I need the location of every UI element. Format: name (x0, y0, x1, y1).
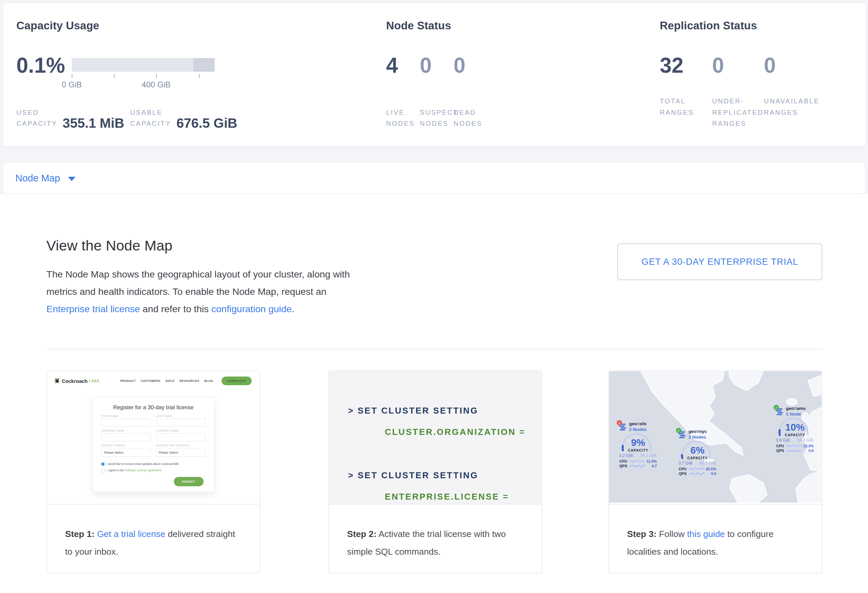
software-license-link: Software License Agreement. (125, 469, 162, 472)
total-ranges-value: 32 (660, 57, 712, 74)
qps-label: QPS (776, 449, 786, 453)
total-ranges-label: TOTAL RANGES (660, 96, 712, 129)
enterprise-trial-license-link[interactable]: Enterprise trial license (46, 303, 140, 314)
locality-name: geo=sfo (629, 421, 647, 426)
reason-select: Please Select (156, 448, 205, 456)
cockroach-website-mockup: Cockroach LABS PRODUCT CUSTOMERS DOCS RE… (47, 371, 260, 504)
qps-value: 0.0 (809, 449, 813, 453)
capacity-total: 34.4 GiB (797, 438, 813, 443)
sql-commands-pane: > SET CLUSTER SETTING CLUSTER.ORGANIZATI… (329, 371, 542, 504)
capacity-percent: 10% (774, 422, 816, 433)
node-map-preview: 1 geo=sfo 2 Nodes 9% CAPA (609, 371, 822, 504)
site-nav: PRODUCT CUSTOMERS DOCS RESOURCES BLOG DO… (120, 377, 252, 385)
cpu-value: 12.3% (803, 444, 813, 448)
cluster-overview-page: Capacity Usage 0.1% 0 GiB 400 GiB U (0, 0, 868, 593)
get-trial-license-link[interactable]: Get a trial license (97, 529, 165, 539)
field-label: FIRST NAME (102, 415, 151, 418)
node-count: 2 Nodes (629, 427, 647, 432)
healthy-badge-icon: ✓ (774, 405, 779, 410)
usable-capacity-value: 676.5 GiB (177, 117, 237, 129)
usable-capacity-label: USABLE CAPACITY (130, 107, 171, 129)
configuration-guide-link[interactable]: configuration guide (211, 303, 292, 314)
step3-card: 1 geo=sfo 2 Nodes 9% CAPA (608, 371, 822, 573)
sparkline (629, 460, 645, 463)
sql-command: > SET CLUSTER SETTING (348, 465, 542, 486)
field-label: COMPANY NAME (102, 429, 151, 432)
brand-suffix: LABS (89, 379, 99, 383)
capacity-label: CAPACITY (676, 456, 719, 460)
axis-tick (156, 74, 157, 78)
chevron-down-icon[interactable] (68, 177, 75, 181)
submit-pill: SUBMIT (174, 477, 204, 486)
used-capacity-value: 355.1 MiB (63, 117, 124, 129)
nav-item: DOCS (165, 379, 174, 383)
field-label: LAST NAME (156, 415, 205, 418)
step-label: Step 2: (347, 529, 376, 539)
sql-command: > SET CLUSTER SETTING (348, 400, 542, 421)
qps-label: QPS (679, 472, 689, 475)
locality-widget-sfo: 1 geo=sfo 2 Nodes 9% CAPA (617, 420, 660, 466)
step-label: Step 3: (627, 529, 657, 539)
page-title: View the Node Map (46, 237, 173, 254)
live-nodes-label: LIVE NODES (386, 107, 420, 129)
cluster-summary-panel: Capacity Usage 0.1% 0 GiB 400 GiB U (3, 3, 866, 146)
node-status-title: Node Status (386, 19, 640, 32)
intro-paragraph: The Node Map shows the geographical layo… (46, 265, 367, 318)
replication-status-title: Replication Status (660, 19, 860, 32)
sparkline (629, 464, 645, 468)
node-map-intro-panel: View the Node Map The Node Map shows the… (0, 194, 868, 593)
capacity-used: 3.6 GiB (776, 438, 790, 443)
this-guide-link[interactable]: this guide (687, 529, 725, 539)
capacity-percent: 6% (676, 445, 719, 456)
first-name-field (102, 419, 151, 427)
email-updates-checkbox-label: I would like to receive email updates ab… (107, 462, 179, 466)
cpu-label: CPU (619, 459, 629, 463)
step-label: Step 1: (65, 529, 94, 539)
checkbox-unchecked-icon (102, 469, 105, 472)
label-text: I agree to the (108, 469, 125, 472)
cpu-label: CPU (776, 444, 786, 448)
intro-text: . (292, 303, 294, 314)
intro-text: and refer to this (140, 303, 211, 314)
step2-thumbnail: > SET CLUSTER SETTING CLUSTER.ORGANIZATI… (329, 371, 542, 505)
usable-capacity: USABLE CAPACITY 676.5 GiB (130, 107, 237, 129)
suspect-nodes-value: 0 (420, 57, 453, 74)
cpu-value: 42.5% (706, 467, 716, 471)
field-label: COMPANY EMAIL (156, 429, 205, 432)
capacity-total: 35.1 GiB (640, 453, 657, 458)
capacity-percent: 0.1% (16, 57, 58, 74)
nav-item: RESOURCES (180, 379, 199, 383)
capacity-usage-title: Capacity Usage (16, 19, 377, 32)
capacity-used: 3.7 GiB (678, 461, 692, 466)
axis-tick (199, 74, 199, 78)
capacity-bar: 0 GiB 400 GiB (72, 58, 215, 72)
axis-tick (72, 74, 72, 78)
unavailable-ranges-label: UNAVAILABLE RANGES (764, 96, 834, 129)
get-enterprise-trial-button[interactable]: GET A 30-DAY ENTERPRISE TRIAL (617, 243, 822, 280)
project-phase-select: Please Select (102, 448, 151, 456)
healthy-badge-icon: ✓ (676, 428, 682, 433)
capacity-bar-track (72, 58, 215, 72)
unavailable-ranges-value: 0 (764, 57, 834, 74)
company-name-field (102, 433, 151, 441)
node-map-dropdown[interactable]: Node Map (15, 173, 60, 184)
locality-widget-nyc: ✓ geo=nyc 2 Nodes 6% CAPA (676, 428, 719, 473)
caption-text: Follow (657, 529, 687, 539)
step2-card: > SET CLUSTER SETTING CLUSTER.ORGANIZATI… (328, 371, 542, 573)
capacity-percent: 9% (617, 437, 660, 448)
dead-nodes-value: 0 (453, 57, 487, 74)
sparkline (786, 444, 802, 447)
download-pill: DOWNLOAD (221, 377, 252, 385)
suspect-nodes-label: SUSPECT NODES (420, 107, 453, 129)
used-capacity-label: USED CAPACITY (16, 107, 58, 129)
select-label: REASON FOR INTEREST (156, 444, 205, 447)
license-agreement-checkbox-label: I agree to the Software License Agreemen… (108, 469, 162, 472)
sql-setting: ENTERPRISE.LICENSE = (348, 486, 542, 505)
sql-setting: CLUSTER.ORGANIZATION = (348, 421, 542, 443)
step1-card: Cockroach LABS PRODUCT CUSTOMERS DOCS RE… (46, 371, 260, 573)
dead-nodes-label: DEAD NODES (453, 107, 487, 129)
error-badge-icon: 1 (617, 420, 622, 425)
step1-thumbnail: Cockroach LABS PRODUCT CUSTOMERS DOCS RE… (47, 371, 260, 505)
node-count: 1 Node (786, 412, 806, 416)
section-divider (46, 349, 822, 350)
